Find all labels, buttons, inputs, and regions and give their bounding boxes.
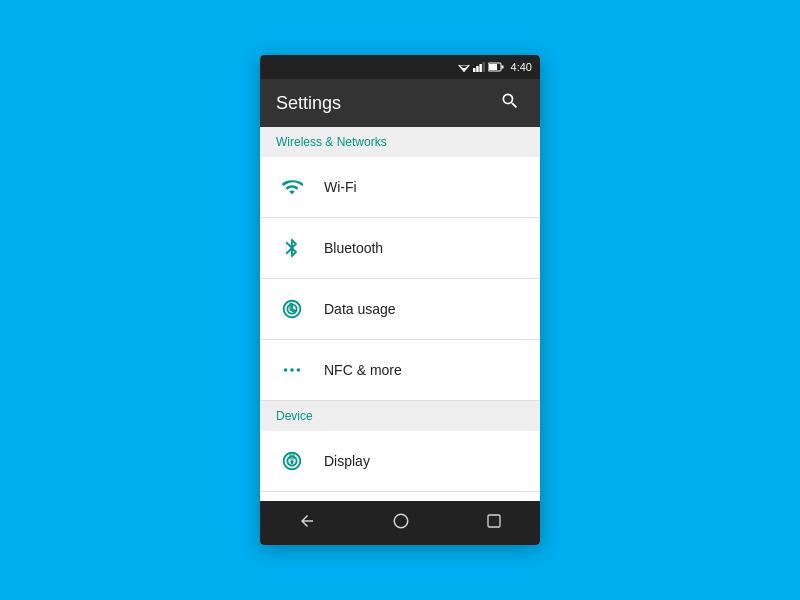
signal-bars-icon: [473, 62, 485, 72]
svg-marker-2: [460, 68, 467, 72]
phone-frame: 4:40 Settings Wireless & Networks Wi-Fi: [260, 55, 540, 545]
recent-icon: [486, 513, 502, 529]
nfc-more-icon: [276, 354, 308, 386]
settings-item-wifi[interactable]: Wi-Fi: [260, 157, 540, 218]
battery-icon: [488, 62, 504, 72]
settings-content: Wireless & Networks Wi-Fi Bluetooth: [260, 127, 540, 501]
back-button[interactable]: [282, 504, 332, 542]
wifi-icon: [276, 171, 308, 203]
settings-item-bluetooth[interactable]: Bluetooth: [260, 218, 540, 279]
data-usage-icon: [276, 293, 308, 325]
data-usage-label: Data usage: [324, 301, 396, 317]
settings-item-data-usage[interactable]: Data usage: [260, 279, 540, 340]
svg-rect-15: [488, 515, 500, 527]
app-title: Settings: [276, 93, 341, 114]
search-icon: [500, 91, 520, 111]
status-icons: 4:40: [458, 61, 532, 73]
svg-point-13: [297, 368, 301, 372]
svg-point-14: [394, 514, 408, 528]
display-label: Display: [324, 453, 370, 469]
recent-button[interactable]: [470, 505, 518, 541]
home-button[interactable]: [376, 504, 426, 542]
settings-item-nfc[interactable]: NFC & more: [260, 340, 540, 401]
section-header-device: Device: [260, 401, 540, 431]
bluetooth-label: Bluetooth: [324, 240, 383, 256]
svg-rect-6: [482, 62, 484, 72]
back-icon: [298, 512, 316, 530]
settings-item-sound[interactable]: Sound & Notifications: [260, 492, 540, 501]
svg-point-12: [290, 368, 294, 372]
app-bar: Settings: [260, 79, 540, 127]
section-header-wireless: Wireless & Networks: [260, 127, 540, 157]
svg-rect-5: [479, 64, 482, 72]
svg-rect-3: [473, 68, 476, 72]
svg-point-11: [284, 368, 288, 372]
status-bar: 4:40: [260, 55, 540, 79]
svg-rect-4: [476, 66, 479, 72]
status-time: 4:40: [511, 61, 532, 73]
settings-item-display[interactable]: Display: [260, 431, 540, 492]
display-icon: [276, 445, 308, 477]
signal-wifi-icon: [458, 62, 470, 72]
home-icon: [392, 512, 410, 530]
search-button[interactable]: [496, 87, 524, 120]
svg-rect-9: [489, 64, 497, 70]
nav-bar: [260, 501, 540, 545]
svg-rect-8: [501, 66, 503, 69]
nfc-label: NFC & more: [324, 362, 402, 378]
wifi-label: Wi-Fi: [324, 179, 357, 195]
bluetooth-icon: [276, 232, 308, 264]
